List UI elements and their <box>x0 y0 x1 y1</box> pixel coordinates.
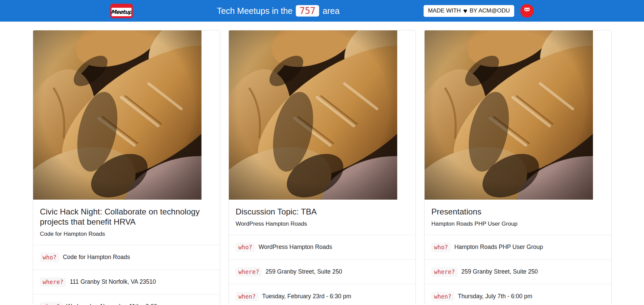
credit-prefix: MADE WITH <box>428 7 461 14</box>
event-who-row: who? WordPress Hampton Roads <box>229 235 415 259</box>
cards-container: Civic Hack Night: Collaborate on technol… <box>0 22 644 305</box>
event-group-name: Hampton Roads PHP User Group <box>431 221 604 227</box>
who-value: WordPress Hampton Roads <box>259 244 332 251</box>
event-image-bread <box>425 30 593 200</box>
event-card[interactable]: Discussion Topic: TBA WordPress Hampton … <box>229 30 416 305</box>
event-title: Discussion Topic: TBA <box>236 207 409 217</box>
where-value: 111 Granby St Norfolk, VA 23510 <box>70 278 156 285</box>
event-when-row: when? Wednesday, November 11th - 6:00 pm <box>33 294 220 305</box>
header-bar: Meetup Tech Meetups in the 757 area MADE… <box>0 0 644 22</box>
card-header: Presentations Hampton Roads PHP User Gro… <box>425 200 611 235</box>
when-label: when? <box>431 292 454 301</box>
event-where-row: where? 259 Granby Street, Suite 250 <box>425 259 611 284</box>
card-header: Discussion Topic: TBA WordPress Hampton … <box>229 200 415 235</box>
event-group-name: Code for Hampton Roads <box>40 231 213 237</box>
who-label: who? <box>236 243 255 252</box>
header-actions: MADE WITH ♥ BY ACM@ODU <box>424 4 534 18</box>
who-label: who? <box>40 253 59 262</box>
area-code-badge: 757 <box>296 5 319 17</box>
who-value: Code for Hampton Roads <box>63 254 130 261</box>
when-value: Thursday, July 7th - 6:00 pm <box>458 293 532 300</box>
when-value: Tuesday, February 23rd - 6:30 pm <box>262 293 351 300</box>
event-image-bread <box>229 30 397 200</box>
meetup-logo-text: Meetup <box>112 9 132 15</box>
event-card[interactable]: Presentations Hampton Roads PHP User Gro… <box>424 30 612 305</box>
who-label: who? <box>431 243 451 252</box>
event-who-row: who? Hampton Roads PHP User Group <box>425 235 611 259</box>
page-title-suffix: area <box>323 6 339 16</box>
event-where-row: where? 259 Granby Street, Suite 250 <box>229 259 415 284</box>
credit-button[interactable]: MADE WITH ♥ BY ACM@ODU <box>424 5 514 17</box>
where-label: where? <box>40 277 66 287</box>
meetup-logo-label: Meetup <box>112 8 132 16</box>
where-value: 259 Granby Street, Suite 250 <box>461 268 538 275</box>
github-button[interactable] <box>520 4 534 18</box>
who-value: Hampton Roads PHP User Group <box>454 244 543 251</box>
github-octocat-icon <box>523 6 531 15</box>
where-value: 259 Granby Street, Suite 250 <box>265 268 342 275</box>
page-title-prefix: Tech Meetups in the <box>217 6 293 16</box>
when-label: when? <box>236 292 258 301</box>
card-header: Civic Hack Night: Collaborate on technol… <box>33 200 220 245</box>
event-when-row: when? Thursday, July 7th - 6:00 pm <box>425 284 611 305</box>
where-label: where? <box>236 267 262 277</box>
header-container: Meetup Tech Meetups in the 757 area MADE… <box>110 4 534 18</box>
where-label: where? <box>431 267 457 277</box>
page-title: Tech Meetups in the 757 area <box>133 5 424 17</box>
heart-icon: ♥ <box>463 7 467 14</box>
event-title: Civic Hack Night: Collaborate on technol… <box>40 207 213 227</box>
event-when-row: when? Tuesday, February 23rd - 6:30 pm <box>229 284 415 305</box>
when-value: Wednesday, November 11th - 6:00 pm <box>66 303 167 305</box>
meetup-logo[interactable]: Meetup <box>110 4 133 18</box>
credit-suffix: BY ACM@ODU <box>470 7 510 14</box>
event-group-name: WordPress Hampton Roads <box>236 221 409 227</box>
when-label: when? <box>40 302 63 305</box>
event-image-bread <box>33 30 201 200</box>
event-who-row: who? Code for Hampton Roads <box>33 245 220 270</box>
event-title: Presentations <box>431 207 604 217</box>
event-card[interactable]: Civic Hack Night: Collaborate on technol… <box>33 30 220 305</box>
event-where-row: where? 111 Granby St Norfolk, VA 23510 <box>33 270 220 294</box>
